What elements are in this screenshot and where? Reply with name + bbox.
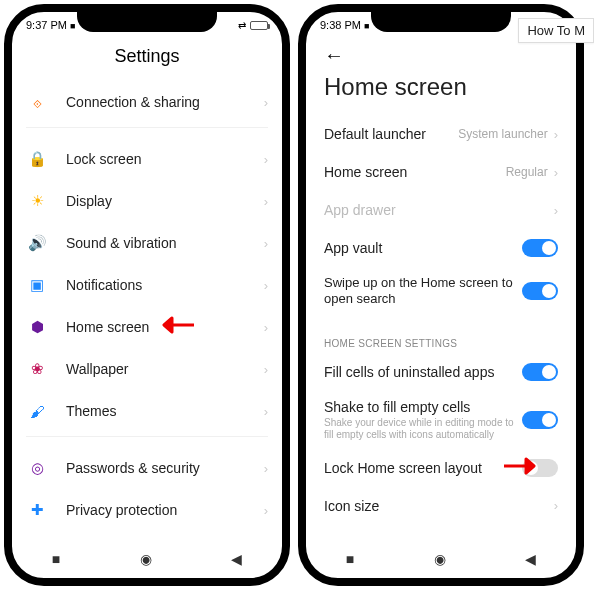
section-header: HOME SCREEN SETTINGS [306,330,576,353]
item-label: Swipe up on the Home screen to open sear… [324,275,514,308]
settings-item[interactable]: Fill cells of uninstalled apps [306,353,576,391]
item-label: Themes [66,403,264,419]
item-label: Home screen [66,319,264,335]
chevron-right-icon: › [264,320,268,335]
item-label: Notifications [66,277,264,293]
chevron-right-icon: › [554,203,558,218]
item-icon: ⬢ [26,316,48,338]
chevron-right-icon: › [264,278,268,293]
item-label: Icon size [324,498,546,514]
nav-recent[interactable]: ■ [52,551,60,567]
notch [371,10,511,32]
toggle-switch[interactable] [522,459,558,477]
settings-item[interactable]: 🖌Themes› [12,390,282,432]
page-title: Settings [12,38,282,81]
item-label: Connection & sharing [66,94,264,110]
settings-item[interactable]: ◎Passwords & security› [12,447,282,489]
item-label: Display [66,193,264,209]
item-label: Passwords & security [66,460,264,476]
settings-item[interactable]: ⟐Connection & sharing› [12,81,282,123]
toggle-switch[interactable] [522,363,558,381]
item-icon: ◎ [26,457,48,479]
chevron-right-icon: › [554,165,558,180]
chevron-right-icon: › [264,461,268,476]
item-label: Privacy protection [66,502,264,518]
settings-item[interactable]: Home screenRegular› [306,153,576,191]
phone-right: 9:38 PM ■ ⇄ ← Home screen Default launch… [298,4,584,586]
settings-item[interactable]: ✚Privacy protection› [12,489,282,531]
item-icon: 🔒 [26,148,48,170]
settings-item[interactable]: 🔊Sound & vibration› [12,222,282,264]
item-label: Fill cells of uninstalled apps [324,364,514,380]
item-label: Default launcher [324,126,450,142]
chevron-right-icon: › [264,503,268,518]
item-icon: ▣ [26,274,48,296]
item-label: Sound & vibration [66,235,264,251]
item-label: App vault [324,240,514,256]
item-value: System launcher [458,127,547,141]
nav-recent[interactable]: ■ [346,551,354,567]
nav-bar: ■ ◉ ◀ [12,540,282,578]
toggle-switch[interactable] [522,282,558,300]
chevron-right-icon: › [264,236,268,251]
item-label: Wallpaper [66,361,264,377]
settings-item[interactable]: ☀Display› [12,180,282,222]
item-icon: ❀ [26,358,48,380]
settings-item[interactable]: Icon size› [306,487,576,525]
nav-back[interactable]: ◀ [231,551,242,567]
item-label: Shake to fill empty cells [324,399,514,415]
chevron-right-icon: › [264,152,268,167]
item-icon: ⟐ [26,91,48,113]
chevron-right-icon: › [264,95,268,110]
nav-home[interactable]: ◉ [434,551,446,567]
chevron-right-icon: › [554,498,558,513]
item-icon: ✚ [26,499,48,521]
settings-item: App drawer› [306,191,576,229]
settings-item[interactable]: 🔒Lock screen› [12,138,282,180]
nav-bar: ■ ◉ ◀ [306,540,576,578]
divider [26,436,268,437]
divider [26,127,268,128]
back-arrow-icon: ← [324,44,344,66]
item-label: App drawer [324,202,546,218]
item-description: Shake your device while in editing mode … [324,417,514,441]
toggle-switch[interactable] [522,411,558,429]
settings-item[interactable]: App vault [306,229,576,267]
settings-item[interactable]: Shake to fill empty cellsShake your devi… [306,391,576,449]
chevron-right-icon: › [554,127,558,142]
item-label: Home screen [324,164,498,180]
nav-home[interactable]: ◉ [140,551,152,567]
notch [77,10,217,32]
item-icon: ☀ [26,190,48,212]
item-icon: 🖌 [26,400,48,422]
toggle-switch[interactable] [522,239,558,257]
item-label: Lock Home screen layout [324,460,514,476]
chevron-right-icon: › [264,194,268,209]
tooltip-label: How To M [518,18,594,43]
chevron-right-icon: › [264,362,268,377]
settings-item[interactable]: Swipe up on the Home screen to open sear… [306,267,576,316]
nav-back[interactable]: ◀ [525,551,536,567]
settings-item[interactable]: Lock Home screen layout [306,449,576,487]
settings-item[interactable]: Default launcherSystem launcher› [306,115,576,153]
settings-item[interactable]: ❀Wallpaper› [12,348,282,390]
chevron-right-icon: › [264,404,268,419]
item-icon: 🔊 [26,232,48,254]
item-label: Lock screen [66,151,264,167]
settings-item[interactable]: ⬢Home screen› [12,306,282,348]
item-value: Regular [506,165,548,179]
page-title: Home screen [306,69,576,115]
phone-left: 9:37 PM ■ ⇄ Settings ⟐Connection & shari… [4,4,290,586]
settings-item[interactable]: ▣Notifications› [12,264,282,306]
